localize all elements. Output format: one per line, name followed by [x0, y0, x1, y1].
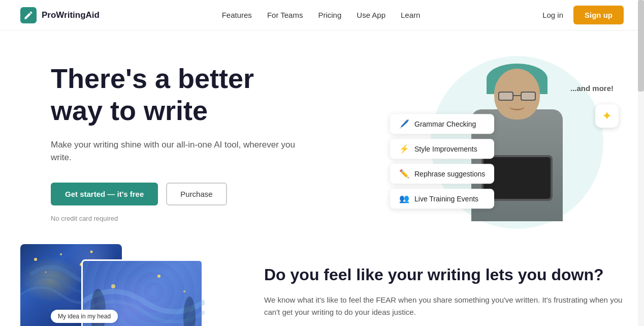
svg-point-4	[45, 272, 47, 273]
nav-link-learn[interactable]: Learn	[401, 11, 420, 19]
thought-label: My idea in my head	[51, 310, 118, 323]
star-icon: ✦	[602, 109, 612, 123]
login-button[interactable]: Log in	[542, 11, 563, 19]
nav-links: Features For Teams Pricing Use App Learn	[222, 11, 421, 19]
logo-icon	[20, 7, 37, 23]
pill-training: 👥 Live Training Events	[390, 189, 494, 209]
scrollbar-thumb[interactable]	[638, 0, 644, 92]
navbar: ProWritingAid Features For Teams Pricing…	[0, 0, 644, 31]
bottom-section: My idea in my head Do you feel like your…	[0, 244, 644, 326]
purchase-button[interactable]: Purchase	[166, 183, 227, 205]
pill-rephrase-label: Rephrase suggestions	[414, 170, 485, 178]
hero-title: There's a better way to write	[51, 63, 305, 126]
svg-point-11	[183, 297, 196, 326]
bottom-title: Do you feel like your writing lets you d…	[264, 264, 624, 286]
svg-point-2	[90, 251, 93, 253]
svg-point-7	[111, 284, 115, 288]
hero-buttons: Get started — it's free Purchase	[51, 183, 305, 205]
pill-grammar: 🖊️ Grammar Checking	[390, 114, 494, 134]
scrollbar-track[interactable]	[638, 0, 644, 326]
bottom-left: My idea in my head	[20, 244, 234, 326]
hero-left: There's a better way to write Make your …	[51, 63, 305, 222]
pill-grammar-label: Grammar Checking	[414, 120, 476, 128]
hero-right: ✦ ...and more! 🖊️ Grammar Checking ⚡ Sty…	[410, 64, 624, 221]
logo-svg	[23, 10, 34, 20]
pill-training-label: Live Training Events	[414, 195, 478, 203]
pill-rephrase: ✏️ Rephrase suggestions	[390, 164, 494, 184]
nav-link-pricing[interactable]: Pricing	[318, 11, 341, 19]
signup-button[interactable]: Sign up	[573, 6, 624, 24]
pill-style-label: Style Improvements	[414, 145, 477, 153]
logo-text: ProWritingAid	[42, 10, 100, 20]
get-started-button[interactable]: Get started — it's free	[51, 183, 158, 205]
bottom-text: We know what it's like to feel the FEAR …	[264, 294, 624, 318]
pill-style: ⚡ Style Improvements	[390, 139, 494, 159]
svg-point-0	[34, 258, 37, 261]
glasses-left	[498, 92, 513, 101]
image-stack: My idea in my head	[20, 244, 213, 326]
training-icon: 👥	[399, 194, 409, 203]
style-icon: ⚡	[399, 144, 409, 154]
bottom-right: Do you feel like your writing lets you d…	[234, 244, 624, 318]
person-smile	[509, 103, 525, 110]
rephrase-icon: ✏️	[399, 169, 409, 179]
glasses-bridge	[512, 95, 522, 96]
feature-pills: 🖊️ Grammar Checking ⚡ Style Improvements…	[390, 114, 494, 209]
hero-subtitle: Make your writing shine with our all-in-…	[51, 138, 305, 164]
person-head	[494, 69, 540, 120]
glasses-right	[521, 92, 536, 101]
star-badge: ✦	[595, 104, 619, 128]
nav-actions: Log in Sign up	[542, 6, 624, 24]
logo-link[interactable]: ProWritingAid	[20, 7, 100, 23]
svg-point-8	[157, 275, 160, 278]
grammar-icon: 🖊️	[399, 119, 409, 129]
nav-link-for-teams[interactable]: For Teams	[267, 11, 303, 19]
hero-section: There's a better way to write Make your …	[0, 31, 644, 244]
svg-point-9	[183, 290, 185, 292]
nav-link-features[interactable]: Features	[222, 11, 252, 19]
svg-point-1	[60, 253, 62, 255]
no-credit-card-text: No credit card required	[51, 215, 305, 222]
nav-link-use-app[interactable]: Use App	[357, 11, 385, 19]
more-bubble: ...and more!	[570, 84, 614, 93]
